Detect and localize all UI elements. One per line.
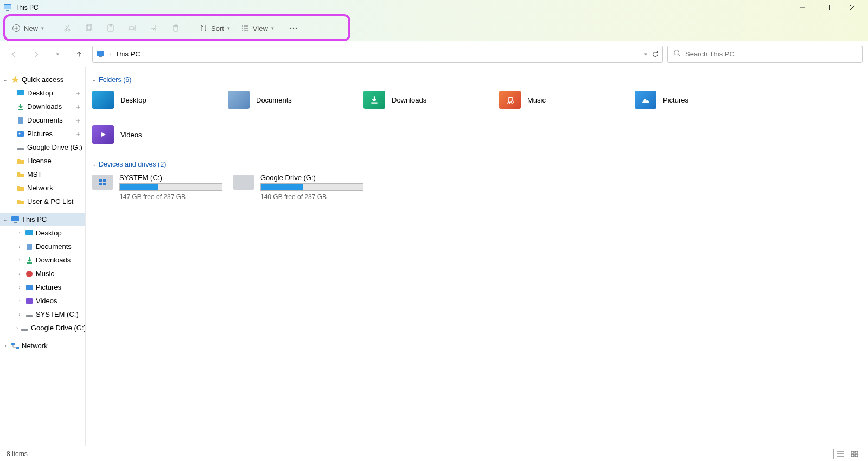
sidebar-item-videos[interactable]: ›Videos [0, 294, 85, 308]
chevron-right-icon[interactable]: › [16, 325, 18, 331]
view-button[interactable]: View ▾ [235, 18, 279, 38]
svg-rect-33 [99, 56, 102, 57]
folder-label: Desktop [120, 96, 146, 104]
sidebar-item-mst[interactable]: MST [0, 168, 85, 181]
chevron-right-icon[interactable]: › [2, 343, 9, 349]
up-button[interactable] [71, 46, 88, 63]
maximize-button[interactable] [815, 0, 840, 15]
recent-locations-button[interactable]: ▾ [49, 46, 66, 63]
pin-icon [75, 91, 81, 96]
drive-icon [92, 175, 113, 190]
chevron-right-icon[interactable]: › [16, 285, 23, 290]
window-title: This PC [15, 4, 39, 11]
thumbnails-view-button[interactable] [847, 449, 861, 459]
sidebar-item-system-c[interactable]: ›SYSTEM (C:) [0, 308, 85, 321]
delete-button[interactable] [165, 18, 187, 38]
sidebar-network[interactable]: › Network [0, 339, 85, 353]
sidebar-quick-access[interactable]: ⌄ Quick access [0, 73, 85, 86]
documents-icon [16, 116, 25, 125]
music-icon [25, 270, 34, 278]
group-header-folders[interactable]: ⌄ Folders (6) [92, 76, 861, 84]
search-bar[interactable] [667, 46, 863, 63]
svg-rect-4 [825, 5, 830, 10]
details-view-button[interactable] [833, 449, 847, 459]
share-button[interactable] [143, 18, 165, 38]
minimize-button[interactable] [790, 0, 815, 15]
drive-icon [233, 175, 254, 190]
svg-marker-54 [101, 132, 106, 137]
chevron-down-icon[interactable]: ⌄ [2, 217, 9, 222]
drive-system-c[interactable]: SYSTEM (C:) 147 GB free of 237 GB [92, 174, 222, 201]
svg-rect-49 [26, 315, 33, 317]
search-input[interactable] [685, 50, 857, 58]
sidebar-item-label: Downloads [36, 256, 71, 264]
chevron-down-icon[interactable]: ⌄ [2, 77, 9, 82]
chevron-right-icon[interactable]: › [16, 312, 23, 317]
drive-usage-fill [120, 184, 158, 190]
folder-pictures[interactable]: Pictures [635, 89, 770, 111]
svg-rect-41 [17, 148, 24, 150]
more-button[interactable] [283, 18, 304, 38]
svg-rect-63 [855, 451, 858, 453]
sidebar-item-userpc[interactable]: User & PC List [0, 195, 85, 208]
chevron-right-icon[interactable]: › [16, 258, 23, 263]
drive-google-g[interactable]: Google Drive (G:) 140 GB free of 237 GB [233, 174, 363, 201]
svg-rect-48 [26, 298, 33, 304]
svg-rect-32 [97, 51, 104, 56]
sidebar-label: Network [22, 342, 48, 350]
close-button[interactable] [840, 0, 865, 15]
sidebar-item-label: Desktop [36, 229, 62, 237]
chevron-right-icon[interactable]: › [16, 298, 23, 304]
sidebar-item-music[interactable]: ›Music [0, 267, 85, 280]
sidebar-item-downloads2[interactable]: ›Downloads [0, 253, 85, 267]
pictures-icon [25, 283, 34, 292]
videos-icon [25, 297, 34, 305]
sidebar-item-documents[interactable]: Documents [0, 113, 85, 127]
toolbar: New ▾ Sort ▾ View ▾ [0, 15, 868, 41]
sidebar-item-gdrive[interactable]: Google Drive (G:) [0, 140, 85, 154]
svg-rect-58 [103, 183, 106, 185]
sidebar-item-pictures[interactable]: Pictures [0, 127, 85, 140]
documents-icon [228, 91, 250, 109]
chevron-down-icon[interactable]: ▾ [644, 52, 647, 57]
sidebar-item-gdrive2[interactable]: ›Google Drive (G:) [0, 321, 85, 335]
address-bar[interactable]: › This PC ▾ [92, 46, 663, 63]
sidebar-item-pictures2[interactable]: ›Pictures [0, 280, 85, 294]
star-icon [11, 75, 20, 84]
this-pc-icon [11, 215, 20, 224]
svg-rect-45 [27, 244, 32, 250]
svg-line-12 [66, 25, 69, 29]
drive-free-text: 147 GB free of 237 GB [119, 193, 222, 201]
sort-button[interactable]: Sort ▾ [194, 18, 235, 38]
sidebar-this-pc[interactable]: ⌄ This PC [0, 213, 85, 226]
chevron-right-icon[interactable]: › [16, 230, 23, 236]
sidebar-item-downloads[interactable]: Downloads [0, 100, 85, 113]
back-button[interactable] [5, 46, 23, 63]
new-button[interactable]: New ▾ [7, 18, 49, 38]
folder-videos[interactable]: Videos [92, 124, 228, 145]
sidebar-item-license[interactable]: License [0, 154, 85, 168]
forward-button[interactable] [27, 46, 44, 63]
folder-documents[interactable]: Documents [228, 89, 363, 111]
svg-point-29 [290, 28, 291, 29]
folder-desktop[interactable]: Desktop [92, 89, 228, 111]
breadcrumb-location[interactable]: This PC [115, 50, 140, 58]
sidebar-item-documents2[interactable]: ›Documents [0, 240, 85, 253]
chevron-down-icon: ▾ [271, 25, 274, 31]
svg-point-31 [296, 28, 297, 29]
folder-music[interactable]: Music [499, 89, 635, 111]
chevron-right-icon[interactable]: › [16, 271, 23, 277]
sidebar-item-desktop2[interactable]: ›Desktop [0, 226, 85, 240]
paste-button[interactable] [100, 18, 122, 38]
folder-downloads[interactable]: Downloads [363, 89, 499, 111]
cut-button[interactable] [56, 18, 78, 38]
rename-button[interactable] [122, 18, 143, 38]
sidebar-item-desktop[interactable]: Desktop [0, 86, 85, 100]
download-icon [16, 103, 25, 111]
group-header-drives[interactable]: ⌄ Devices and drives (2) [92, 161, 861, 168]
copy-button[interactable] [78, 18, 100, 38]
chevron-right-icon[interactable]: › [16, 244, 23, 249]
svg-point-34 [674, 50, 679, 55]
sidebar-item-network-qa[interactable]: Network [0, 181, 85, 195]
refresh-button[interactable] [652, 50, 659, 58]
